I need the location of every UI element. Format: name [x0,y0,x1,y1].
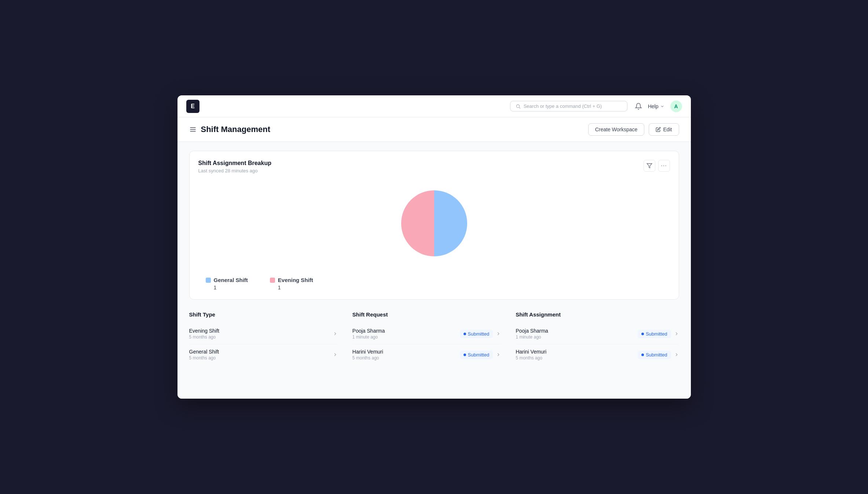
shift-assignment-name-0: Pooja Sharma [516,328,548,334]
status-label-assign-1: Submitted [646,352,667,358]
chevron-right-icon-1 [333,352,338,357]
shift-request-time-1: 5 months ago [352,355,383,361]
chevron-right-assign-1 [674,352,679,357]
status-label-request-0: Submitted [468,331,490,337]
status-label-assign-0: Submitted [646,331,667,337]
shift-type-time-0: 5 months ago [189,334,220,340]
app-logo[interactable]: E [186,100,199,113]
help-button[interactable]: Help [648,103,664,109]
shift-type-section: Shift Type Evening Shift 5 months ago Ge… [189,311,352,365]
chevron-right-assign-0 [674,331,679,336]
svg-line-1 [519,107,520,108]
help-label: Help [648,103,659,109]
svg-marker-5 [647,164,652,168]
status-dot-request-1 [464,354,466,356]
topnav: E Search or type a command (Ctrl + G) He… [177,95,691,117]
chevron-right-icon-0 [333,331,338,336]
status-badge-assign-0[interactable]: Submitted [638,330,671,338]
shift-assignment-item-1[interactable]: Harini Vemuri 5 months ago Submitted [516,344,679,365]
shift-request-item-0[interactable]: Pooja Sharma 1 minute ago Submitted [352,323,501,344]
shift-request-name-0: Pooja Sharma [352,328,385,334]
chart-card-header: Shift Assignment Breakup Last synced 28 … [198,160,670,173]
shift-assignment-time-0: 1 minute ago [516,334,548,340]
status-dot-assign-1 [641,354,644,356]
legend-item-evening: Evening Shift 1 [270,277,313,290]
shift-assignment-name-1: Harini Vemuri [516,349,546,355]
shift-type-item-0[interactable]: Evening Shift 5 months ago [189,323,338,344]
edit-label: Edit [663,127,672,132]
shift-type-time-1: 5 months ago [189,355,219,361]
legend-value-general: 1 [206,285,248,290]
chart-title: Shift Assignment Breakup [198,160,271,167]
status-badge-assign-1[interactable]: Submitted [638,351,671,359]
svg-point-0 [516,105,519,107]
chart-subtitle: Last synced 28 minutes ago [198,168,271,173]
chart-legend: General Shift 1 Evening Shift 1 [198,271,670,290]
chart-card: Shift Assignment Breakup Last synced 28 … [189,151,679,300]
bell-icon[interactable] [635,103,642,110]
shift-type-name-1: General Shift [189,349,219,355]
page-title: Shift Management [201,125,588,134]
status-dot-request-0 [464,333,466,335]
ellipsis-icon: ··· [661,162,667,169]
hamburger-icon[interactable] [189,126,197,133]
status-badge-request-0[interactable]: Submitted [460,330,493,338]
page-header: Shift Management Create Workspace Edit [177,117,691,142]
status-label-request-1: Submitted [468,352,490,358]
shift-request-heading: Shift Request [352,311,501,318]
legend-dot-evening [270,278,275,283]
pie-chart [398,187,471,260]
shift-assignment-heading: Shift Assignment [516,311,679,318]
filter-button[interactable] [644,160,655,172]
legend-label-evening: Evening Shift [278,277,313,283]
app-window: E Search or type a command (Ctrl + G) He… [177,95,691,399]
edit-button[interactable]: Edit [649,123,679,136]
legend-dot-general [206,278,211,283]
shift-request-time-0: 1 minute ago [352,334,385,340]
chevron-down-icon [660,104,664,109]
header-actions: Create Workspace Edit [588,123,679,136]
shift-assignment-item-0[interactable]: Pooja Sharma 1 minute ago Submitted [516,323,679,344]
legend-item-general: General Shift 1 [206,277,248,290]
more-options-button[interactable]: ··· [658,160,670,172]
shift-type-item-1[interactable]: General Shift 5 months ago [189,344,338,365]
shift-type-heading: Shift Type [189,311,338,318]
filter-icon [647,163,652,169]
shift-request-item-1[interactable]: Harini Vemuri 5 months ago Submitted [352,344,501,365]
legend-label-general: General Shift [214,277,248,283]
search-placeholder: Search or type a command (Ctrl + G) [524,103,602,109]
search-icon [516,104,521,109]
shift-type-name-0: Evening Shift [189,328,220,334]
shift-assignment-section: Shift Assignment Pooja Sharma 1 minute a… [516,311,679,365]
legend-value-evening: 1 [270,285,313,290]
status-dot-assign-0 [641,333,644,335]
bottom-grid: Shift Type Evening Shift 5 months ago Ge… [189,311,679,365]
chart-title-block: Shift Assignment Breakup Last synced 28 … [198,160,271,173]
chart-actions: ··· [644,160,670,172]
chevron-right-request-1 [496,352,501,357]
pie-chart-container [198,179,670,271]
avatar[interactable]: A [670,100,682,112]
edit-icon [656,127,661,132]
create-workspace-button[interactable]: Create Workspace [588,123,645,136]
nav-actions: Help A [635,100,682,112]
chevron-right-request-0 [496,331,501,336]
main-content: Shift Assignment Breakup Last synced 28 … [177,142,691,399]
status-badge-request-1[interactable]: Submitted [460,351,493,359]
search-bar[interactable]: Search or type a command (Ctrl + G) [510,101,627,111]
shift-assignment-time-1: 5 months ago [516,355,546,361]
shift-request-section: Shift Request Pooja Sharma 1 minute ago … [352,311,516,365]
shift-request-name-1: Harini Vemuri [352,349,383,355]
